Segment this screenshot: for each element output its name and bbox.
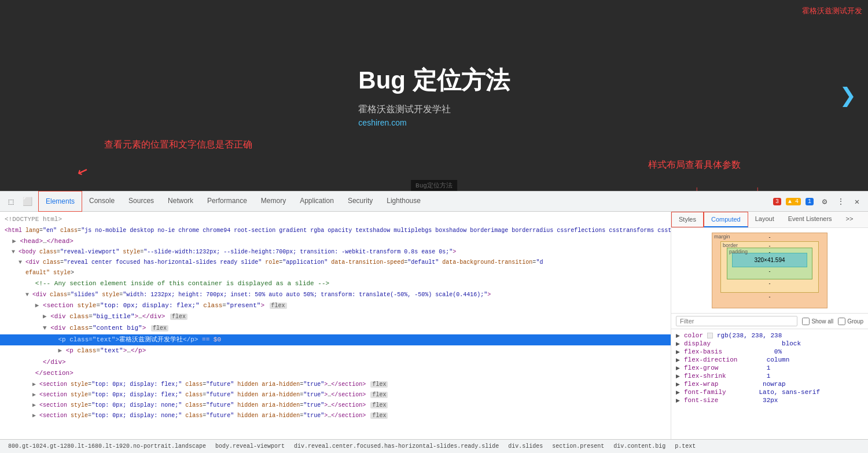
css-properties-list: ▶ color rgb(238, 238, 238 ▶ display bloc…: [671, 329, 868, 439]
html-line-html[interactable]: <html lang="en" class="js no-mobile desk…: [0, 226, 671, 236]
prop-triangle-icon: ▶: [676, 341, 682, 347]
elements-panel[interactable]: <!DOCTYPE html> <html lang="en" class="j…: [0, 212, 671, 439]
breadcrumb-bar: 800.gt-1024.gt-1280.lt-1680.lt-1920.no-p…: [0, 439, 868, 453]
box-padding: padding - 320×41.594 -: [727, 248, 812, 279]
html-line-slides[interactable]: ▼ <div class="slides" style="width: 1232…: [0, 290, 671, 300]
tab-event-listeners[interactable]: Event Listeners: [781, 212, 839, 227]
show-all-check[interactable]: [802, 318, 810, 325]
box-border: border - padding - 320×41.594 - -: [720, 241, 819, 293]
html-line-body[interactable]: ▼ <body class="reveal-viewport" style="-…: [0, 247, 671, 257]
more-options-button[interactable]: ⋮: [834, 195, 847, 208]
close-devtools-button[interactable]: ✕: [851, 195, 863, 208]
tab-computed[interactable]: Computed: [704, 212, 748, 227]
prop-triangle-icon: ▶: [676, 357, 682, 363]
show-all-checkbox[interactable]: Show all: [802, 318, 833, 325]
html-line-div-reveal-2[interactable]: efault" style>: [0, 268, 671, 278]
html-line-p-text-2[interactable]: ▶ <p class="text">…</p>: [0, 345, 671, 357]
prop-font-size[interactable]: ▶ font-size 32px: [676, 396, 863, 404]
html-line-doctype: <!DOCTYPE html>: [0, 214, 671, 226]
prop-flex-grow[interactable]: ▶ flex-grow 1: [676, 364, 863, 372]
annotation-left: 查看元素的位置和文字信息是否正确: [104, 139, 252, 151]
brand-text: 霍格沃兹测试开发: [802, 6, 862, 16]
filter-bar: Show all Group: [671, 314, 868, 329]
tab-lighthouse[interactable]: Lighthouse: [380, 191, 428, 212]
settings-button[interactable]: ⚙: [818, 195, 831, 208]
group-check[interactable]: [838, 318, 845, 325]
prop-color[interactable]: ▶ color rgb(238, 238, 238: [676, 332, 863, 340]
devtools-toolbar: ⬚ ⬜ Elements Console Sources Network Per…: [0, 191, 868, 212]
breadcrumb-slides[interactable]: div.slides: [505, 442, 546, 451]
next-slide-button[interactable]: ❯: [840, 79, 856, 113]
preview-area: 霍格沃兹测试开发 Bug 定位方法 霍格沃兹测试开发学社 ceshiren.co…: [0, 0, 868, 191]
prop-triangle-icon: ▶: [676, 397, 682, 403]
html-line-section-future-2[interactable]: ▶ <section style="top: 0px; display: fle…: [0, 390, 671, 400]
tab-more[interactable]: >>: [839, 212, 860, 227]
tab-elements[interactable]: Elements: [38, 191, 82, 212]
devtools-tabs: Elements Console Sources Network Perform…: [38, 191, 773, 212]
html-line-section-future-4[interactable]: ▶ <section style="top: 0px; display: non…: [0, 411, 671, 421]
tab-styles[interactable]: Styles: [671, 212, 704, 227]
prop-font-family[interactable]: ▶ font-family Lato, sans-serif: [676, 388, 863, 396]
margin-label: margin: [714, 234, 730, 240]
tab-performance[interactable]: Performance: [200, 191, 254, 212]
prop-triangle-icon: ▶: [676, 389, 682, 395]
box-model: margin - border - padding - 320×41.594 -: [712, 233, 827, 308]
prop-flex-direction[interactable]: ▶ flex-direction column: [676, 356, 863, 364]
prop-display[interactable]: ▶ display block: [676, 340, 863, 348]
warnings-badge: ▲ 4: [786, 198, 801, 205]
html-line-close-section: </section>: [0, 368, 671, 380]
slide-label: Bug定位方法: [411, 180, 457, 191]
tab-layout[interactable]: Layout: [748, 212, 781, 227]
group-checkbox[interactable]: Group: [838, 318, 863, 325]
devtools-right-section: 3 ▲ 4 1 ⚙ ⋮ ✕: [773, 195, 863, 208]
prop-triangle-icon: ▶: [676, 373, 682, 379]
prop-flex-wrap[interactable]: ▶ flex-wrap nowrap: [676, 380, 863, 388]
breadcrumb-p[interactable]: p.text: [671, 442, 699, 451]
tab-application[interactable]: Application: [293, 191, 341, 212]
breadcrumb-body[interactable]: body.reveal-viewport: [212, 442, 288, 451]
device-toggle-button[interactable]: ⬜: [21, 195, 34, 208]
html-line-p-text-highlighted[interactable]: <p class="text">霍格沃兹测试开发学社</p> == $0: [0, 334, 671, 346]
styles-panel: Styles Computed Layout Event Listeners >…: [671, 212, 868, 439]
box-margin: margin - border - padding - 320×41.594 -: [712, 233, 827, 308]
tab-sources[interactable]: Sources: [122, 191, 161, 212]
breadcrumb-section[interactable]: section.present: [549, 442, 608, 451]
devtools-left-icons: ⬚ ⬜: [5, 195, 34, 208]
breadcrumb-item[interactable]: 800.gt-1024.gt-1280.lt-1680.lt-1920.no-p…: [5, 442, 209, 451]
prop-flex-shrink[interactable]: ▶ flex-shrink 1: [676, 372, 863, 380]
html-line-div-content[interactable]: ▼ <div class="content big"> flex: [0, 323, 671, 334]
tab-console[interactable]: Console: [82, 191, 122, 212]
html-line-div-big-title[interactable]: ▶ <div class="big_title">…</div> flex: [0, 311, 671, 323]
tab-network[interactable]: Network: [161, 191, 200, 212]
html-line-section-future-3[interactable]: ▶ <section style="top: 0px; display: non…: [0, 400, 671, 411]
errors-badge: 3: [773, 198, 781, 205]
breadcrumb-content[interactable]: div.content.big: [610, 442, 669, 451]
content-size: 320×41.594: [754, 257, 785, 263]
box-model-container: margin - border - padding - 320×41.594 -: [671, 228, 868, 314]
breadcrumb-reveal[interactable]: div.reveal.center.focused.has-horizontal…: [290, 442, 502, 451]
prop-triangle-icon: ▶: [676, 381, 682, 387]
arrow-computed-icon: ↓: [754, 184, 761, 191]
prop-flex-basis[interactable]: ▶ flex-basis 0%: [676, 348, 863, 356]
tab-memory[interactable]: Memory: [254, 191, 293, 212]
html-line-comment: <!-- Any section element inside of this …: [0, 278, 671, 290]
html-line-close-div: </div>: [0, 357, 671, 369]
color-swatch: [707, 333, 713, 338]
prop-triangle-icon: ▶: [676, 349, 682, 355]
html-line-div-reveal[interactable]: ▼ <div class="reveal center focused has-…: [0, 257, 671, 268]
arrow-left-icon: ↙: [75, 158, 92, 182]
html-line-head[interactable]: ▶ <head>…</head>: [0, 236, 671, 248]
html-line-section-present[interactable]: ▶ <section style="top: 0px; display: fle…: [0, 300, 671, 312]
filter-input[interactable]: [676, 316, 797, 326]
inspect-element-button[interactable]: ⬚: [5, 195, 17, 208]
preview-title: Bug 定位方法 霍格沃兹测试开发学社 ceshiren.com: [358, 64, 509, 127]
annotation-right: 样式布局查看具体参数: [648, 159, 741, 171]
tab-security[interactable]: Security: [341, 191, 380, 212]
devtools-main: <!DOCTYPE html> <html lang="en" class="j…: [0, 212, 868, 439]
padding-label: padding: [729, 249, 748, 255]
html-line-section-future-1[interactable]: ▶ <section style="top: 0px; display: fle…: [0, 380, 671, 390]
info-badge: 1: [806, 198, 814, 205]
prop-triangle-icon: ▶: [676, 365, 682, 371]
style-tabs-bar: Styles Computed Layout Event Listeners >…: [671, 212, 868, 228]
arrow-styles-icon: ↓: [693, 184, 700, 191]
